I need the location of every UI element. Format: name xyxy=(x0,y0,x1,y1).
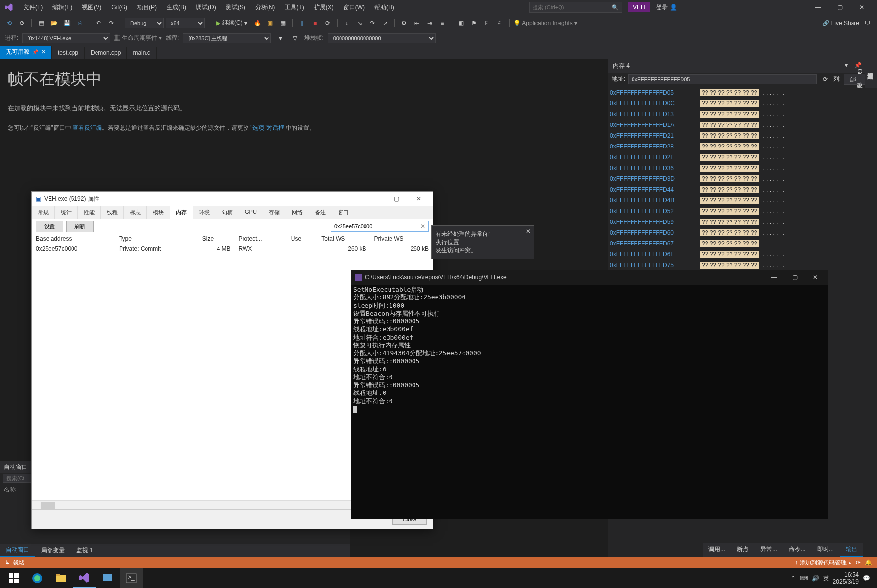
step-out-icon[interactable]: ↗ xyxy=(380,18,390,28)
dialog-tab-0[interactable]: 常规 xyxy=(32,206,55,219)
close-icon[interactable]: ✕ xyxy=(526,228,531,235)
dialog-tab-6[interactable]: 内存 xyxy=(170,206,193,219)
pin-icon[interactable]: 📌 xyxy=(32,49,38,55)
solution-explorer-tab[interactable]: 解决方案资源管理器 xyxy=(865,64,875,83)
stop-icon[interactable]: ■ xyxy=(310,18,320,28)
nav-fwd-icon[interactable]: ⟳ xyxy=(17,18,27,28)
config-select[interactable]: Debug xyxy=(125,18,164,28)
minimize-button[interactable]: — xyxy=(807,0,829,15)
dialog-search[interactable]: ✕ xyxy=(331,221,429,232)
refresh-icon[interactable]: ⟳ xyxy=(820,74,830,85)
options-link[interactable]: "选项"对话框 xyxy=(250,124,284,131)
search-input[interactable] xyxy=(533,4,612,10)
tab-main-c[interactable]: main.c xyxy=(127,47,156,59)
filter-icon[interactable]: ▼ xyxy=(275,33,286,44)
flag-icon[interactable]: ⚑ xyxy=(469,18,480,28)
dialog-tab-9[interactable]: GPU xyxy=(239,206,263,219)
undo-icon[interactable]: ↶ xyxy=(93,18,104,28)
stackframe-select[interactable]: 0000000000000000 xyxy=(328,33,436,43)
comment-icon[interactable]: ≡ xyxy=(437,18,448,28)
table-row[interactable]: 0x25ee57c0000 Private: Commit 4 MB RWX 2… xyxy=(32,244,433,254)
flag3-icon[interactable]: ⚐ xyxy=(494,18,505,28)
menu-test[interactable]: 测试(S) xyxy=(221,1,250,14)
btab-breakpoints[interactable]: 断点 xyxy=(731,543,755,557)
maximize-button[interactable]: ▢ xyxy=(387,192,406,206)
column-header[interactable]: Type xyxy=(115,234,198,244)
start-button[interactable] xyxy=(2,568,25,588)
taskbar-clock[interactable]: 16:54 2025/3/19 xyxy=(833,571,859,586)
column-header[interactable]: Protect... xyxy=(234,234,287,244)
restart-icon[interactable]: ⟳ xyxy=(322,18,333,28)
status-add-source[interactable]: ↑ 添加到源代码管理 ▴ xyxy=(795,559,851,567)
new-item-icon[interactable]: ▤ xyxy=(36,18,47,28)
dialog-tab-4[interactable]: 标志 xyxy=(124,206,147,219)
dialog-tab-1[interactable]: 统计 xyxy=(55,206,78,219)
tab-test-cpp[interactable]: test.cpp xyxy=(52,47,85,59)
app-insights-button[interactable]: 💡 Application Insights ▾ xyxy=(513,20,577,26)
menu-project[interactable]: 项目(P) xyxy=(132,1,162,14)
menu-build[interactable]: 生成(B) xyxy=(162,1,191,14)
console-titlebar[interactable]: C:\Users\Fuck\source\repos\VEH\x64\Debug… xyxy=(351,270,828,285)
btab-watch[interactable]: 监视 1 xyxy=(71,544,99,557)
menu-help[interactable]: 帮助(H) xyxy=(369,1,399,14)
signin-button[interactable]: 登录 👤 xyxy=(656,3,677,12)
column-header[interactable]: Total WS xyxy=(317,234,370,244)
dialog-tab-2[interactable]: 性能 xyxy=(78,206,101,219)
tab-no-source[interactable]: 无可用源📌✕ xyxy=(0,46,52,59)
column-header[interactable]: Private WS xyxy=(370,234,433,244)
refresh-button[interactable]: 刷新 xyxy=(66,221,94,232)
feedback-icon[interactable]: 🗨 xyxy=(862,18,873,28)
snapshot-icon[interactable]: ▦ xyxy=(278,18,289,28)
dialog-tab-13[interactable]: 窗口 xyxy=(332,206,355,219)
dialog-search-input[interactable] xyxy=(334,223,420,229)
dialog-tab-11[interactable]: 网络 xyxy=(286,206,309,219)
liveshare-button[interactable]: 🔗 Live Share xyxy=(822,20,859,26)
dialog-tab-7[interactable]: 环境 xyxy=(193,206,216,219)
step-into-icon[interactable]: ↘ xyxy=(354,18,365,28)
git-changes-tab[interactable]: Git 更改 xyxy=(854,64,865,83)
save-icon[interactable]: 💾 xyxy=(61,18,72,28)
btab-auto[interactable]: 自动窗口 xyxy=(0,544,35,557)
bookmark-icon[interactable]: ◧ xyxy=(456,18,467,28)
maximize-button[interactable]: ▢ xyxy=(829,0,851,15)
flag2-icon[interactable]: ⚐ xyxy=(482,18,492,28)
open-icon[interactable]: 📂 xyxy=(49,18,59,28)
menu-extensions[interactable]: 扩展(X) xyxy=(309,1,339,14)
tray-notif-icon[interactable]: 💬 xyxy=(863,575,870,582)
hex-icon[interactable]: ⚙ xyxy=(399,18,410,28)
close-button[interactable]: ✕ xyxy=(806,270,824,284)
filter2-icon[interactable]: ▽ xyxy=(290,33,300,44)
btab-exceptions[interactable]: 异常... xyxy=(755,543,783,557)
redo-icon[interactable]: ↷ xyxy=(106,18,117,28)
menu-tools[interactable]: 工具(T) xyxy=(280,1,309,14)
dialog-tab-8[interactable]: 句柄 xyxy=(216,206,239,219)
edge-button[interactable] xyxy=(25,568,49,588)
menu-analyze[interactable]: 分析(N) xyxy=(250,1,280,14)
console-output[interactable]: SetNoExecutable启动 分配大小:892分配地址:25ee3b000… xyxy=(351,285,828,519)
menu-edit[interactable]: 编辑(E) xyxy=(48,1,77,14)
minimize-button[interactable]: — xyxy=(364,192,384,206)
close-button[interactable]: ✕ xyxy=(851,0,873,15)
btab-command[interactable]: 命令... xyxy=(783,543,811,557)
status-sync-icon[interactable]: ⟳ xyxy=(856,559,861,566)
btab-callstack[interactable]: 调用... xyxy=(703,543,731,557)
minimize-button[interactable]: — xyxy=(765,270,783,284)
step-over-icon[interactable]: ↷ xyxy=(367,18,378,28)
btab-output[interactable]: 输出 xyxy=(840,543,863,557)
tray-sound-icon[interactable]: 🔊 xyxy=(812,575,819,582)
tray-lang[interactable]: 英 xyxy=(823,574,829,583)
hot-reload-icon[interactable]: 🔥 xyxy=(252,18,263,28)
memory-address-input[interactable] xyxy=(628,74,816,84)
dialog-tab-12[interactable]: 备注 xyxy=(309,206,332,219)
clear-icon[interactable]: ✕ xyxy=(420,223,425,230)
dropdown-icon[interactable]: ▾ xyxy=(845,62,853,70)
save-all-icon[interactable]: ⎘ xyxy=(74,18,85,28)
step-next-icon[interactable]: ↓ xyxy=(341,18,352,28)
pause-icon[interactable]: ‖ xyxy=(297,18,308,28)
menu-view[interactable]: 视图(V) xyxy=(77,1,106,14)
menu-window[interactable]: 窗口(W) xyxy=(339,1,369,14)
dialog-tab-3[interactable]: 线程 xyxy=(101,206,124,219)
menu-file[interactable]: 文件(F) xyxy=(19,1,48,14)
close-icon[interactable]: ✕ xyxy=(41,49,46,55)
stop-debug-icon[interactable]: ▣ xyxy=(265,18,276,28)
